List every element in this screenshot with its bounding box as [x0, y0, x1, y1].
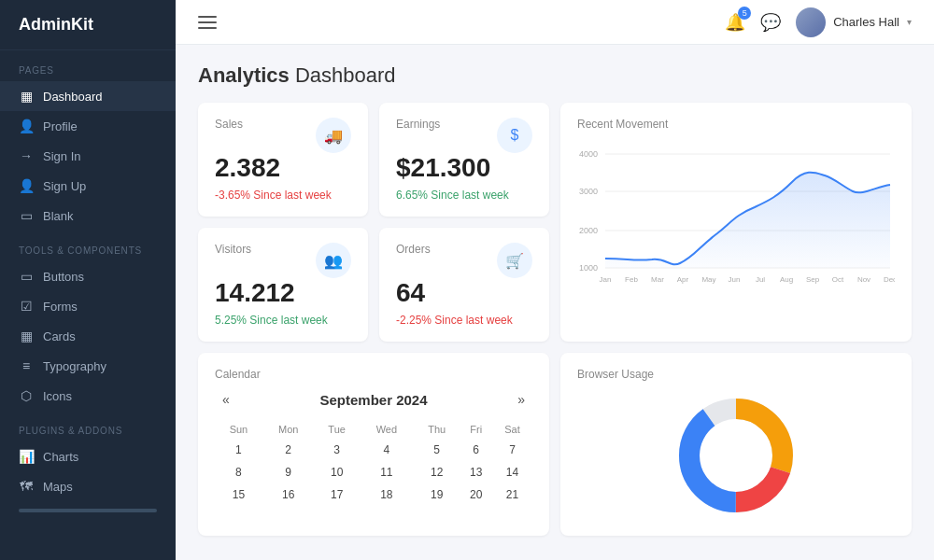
calendar-day[interactable]: 20 — [460, 483, 492, 506]
dashboard-top-row: Sales 🚚 2.382 -3.65% Since last week Ear… — [198, 103, 912, 342]
stat-value-visitors: 14.212 — [215, 278, 351, 308]
dashboard-icon: ▦ — [19, 89, 34, 104]
calendar-day[interactable]: 19 — [414, 483, 460, 506]
calendar-day[interactable]: 6 — [460, 439, 492, 461]
stat-value-sales: 2.382 — [215, 153, 351, 183]
svg-text:Apr: Apr — [677, 275, 689, 284]
stat-card-sales: Sales 🚚 2.382 -3.65% Since last week — [198, 103, 368, 217]
calendar-day[interactable]: 1 — [215, 439, 262, 461]
sidebar-item-label: Sign In — [43, 149, 80, 163]
sidebar-item-icons[interactable]: ⬡Icons — [0, 381, 176, 411]
profile-icon: 👤 — [19, 119, 34, 133]
calendar-day[interactable]: 9 — [262, 461, 315, 483]
stat-card-orders: Orders 🛒 64 -2.25% Since last week — [379, 228, 549, 342]
header-left — [198, 16, 217, 29]
calendar-day[interactable]: 12 — [414, 461, 460, 483]
stat-card-header: Earnings $ — [396, 118, 532, 153]
calendar-day[interactable]: 17 — [315, 483, 360, 506]
sidebar-item-typography[interactable]: ≡Typography — [0, 351, 176, 381]
stat-icon-visitors: 👥 — [316, 243, 351, 278]
calendar-day[interactable]: 13 — [460, 461, 492, 483]
user-menu[interactable]: Charles Hall ▾ — [796, 7, 912, 37]
calendar-next-button[interactable]: » — [510, 390, 532, 409]
calendar-day[interactable]: 21 — [492, 483, 532, 506]
calendar-day[interactable]: 7 — [492, 439, 532, 461]
main-area: 🔔 5 💬 Charles Hall ▾ Analytics Dashboard — [176, 0, 934, 560]
calendar-day[interactable]: 10 — [315, 461, 360, 483]
browser-usage-card: Browser Usage — [560, 353, 912, 536]
app-logo: AdminKit — [0, 0, 176, 50]
svg-text:Feb: Feb — [625, 275, 638, 284]
calendar-weekday: Wed — [360, 420, 414, 439]
calendar-day[interactable]: 11 — [360, 461, 414, 483]
stat-label-orders: Orders — [396, 243, 431, 256]
sidebar-item-cards[interactable]: ▦Cards — [0, 321, 176, 351]
calendar-day[interactable]: 16 — [262, 483, 315, 506]
svg-text:4000: 4000 — [579, 149, 598, 159]
sidebar-item-dashboard[interactable]: ▦Dashboard — [0, 81, 176, 111]
sidebar-item-label: Profile — [43, 119, 78, 133]
calendar-day[interactable]: 14 — [492, 461, 532, 483]
calendar-day[interactable]: 3 — [315, 439, 360, 461]
calendar-weekday: Sat — [492, 420, 532, 439]
calendar-prev-button[interactable]: « — [215, 390, 237, 409]
svg-text:Nov: Nov — [857, 275, 870, 284]
sign-up-icon: 👤 — [19, 178, 34, 193]
maps-icon: 🗺 — [19, 479, 34, 494]
stat-value-orders: 64 — [396, 278, 532, 308]
calendar-day[interactable]: 15 — [215, 483, 262, 506]
stat-change-visitors: 5.25% Since last week — [215, 314, 351, 327]
blank-icon: ▭ — [19, 208, 34, 223]
calendar-week-row: 15161718192021 — [215, 483, 532, 506]
chevron-down-icon: ▾ — [907, 17, 912, 27]
sidebar-item-sign-up[interactable]: 👤Sign Up — [0, 171, 176, 201]
sidebar-item-label: Dashboard — [43, 90, 103, 104]
sidebar-item-buttons[interactable]: ▭Buttons — [0, 261, 176, 291]
stat-card-header: Sales 🚚 — [215, 118, 351, 153]
svg-text:Jan: Jan — [600, 275, 612, 284]
typography-icon: ≡ — [19, 358, 34, 373]
calendar-day[interactable]: 8 — [215, 461, 262, 483]
stat-label-sales: Sales — [215, 118, 243, 131]
stat-card-earnings: Earnings $ $21.300 6.65% Since last week — [379, 103, 549, 217]
calendar-month-year: September 2024 — [319, 392, 427, 408]
recent-movement-card: Recent Movement 4000 3000 2000 1000 — [560, 103, 912, 342]
sidebar-scrollbar — [19, 509, 157, 512]
notification-badge: 5 — [738, 7, 751, 20]
sidebar-item-label: Forms — [43, 300, 78, 314]
sidebar-item-sign-in[interactable]: →Sign In — [0, 141, 176, 171]
message-icon[interactable]: 💬 — [760, 12, 781, 33]
sidebar-item-label: Sign Up — [43, 179, 86, 193]
calendar-day[interactable]: 18 — [360, 483, 414, 506]
calendar-day[interactable]: 4 — [360, 439, 414, 461]
calendar-weekday: Mon — [262, 420, 315, 439]
stat-change-sales: -3.65% Since last week — [215, 189, 351, 202]
sidebar-item-profile[interactable]: 👤Profile — [0, 111, 176, 141]
svg-text:3000: 3000 — [579, 187, 598, 196]
sidebar-item-forms[interactable]: ☑Forms — [0, 291, 176, 321]
sidebar-section-label: Pages — [0, 50, 176, 81]
svg-text:Mar: Mar — [651, 275, 664, 284]
sidebar-item-maps[interactable]: 🗺Maps — [0, 471, 176, 501]
calendar-day[interactable]: 2 — [262, 439, 315, 461]
donut-chart-container — [577, 390, 895, 521]
sidebar-item-label: Buttons — [43, 270, 84, 284]
sidebar-item-label: Typography — [43, 359, 106, 373]
stats-column: Sales 🚚 2.382 -3.65% Since last week Ear… — [198, 103, 549, 342]
svg-text:1000: 1000 — [579, 263, 598, 273]
svg-text:Oct: Oct — [832, 275, 844, 284]
stat-card-header: Visitors 👥 — [215, 243, 351, 278]
icons-icon: ⬡ — [19, 388, 34, 403]
calendar-day[interactable]: 5 — [414, 439, 460, 461]
stat-icon-earnings: $ — [497, 118, 532, 153]
stat-icon-orders: 🛒 — [497, 243, 532, 278]
stat-value-earnings: $21.300 — [396, 153, 532, 183]
stat-icon-sales: 🚚 — [316, 118, 351, 153]
stat-label-visitors: Visitors — [215, 243, 251, 256]
hamburger-menu[interactable] — [198, 16, 217, 29]
calendar-weekday: Sun — [215, 420, 262, 439]
sidebar-item-blank[interactable]: ▭Blank — [0, 201, 176, 231]
notification-bell[interactable]: 🔔 5 — [725, 12, 745, 33]
sidebar-item-charts[interactable]: 📊Charts — [0, 441, 176, 471]
donut-chart — [671, 390, 801, 521]
